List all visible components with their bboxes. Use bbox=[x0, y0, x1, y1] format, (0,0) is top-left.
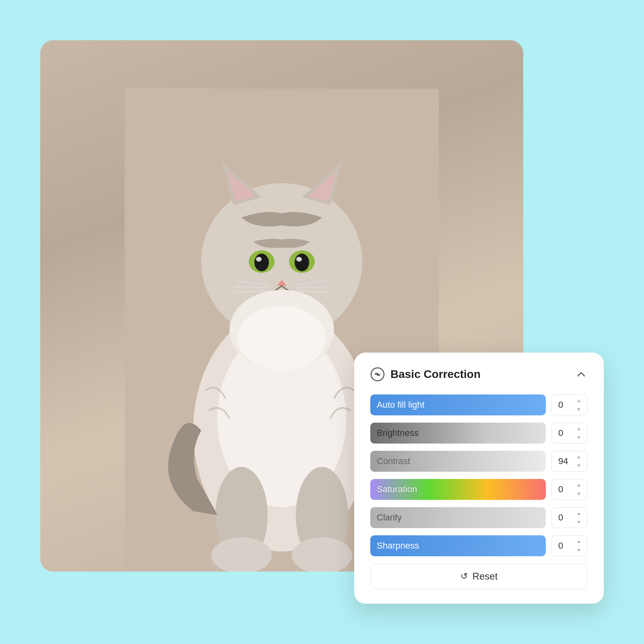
clarity-stepper: ▲ ▼ bbox=[574, 509, 583, 526]
panel-header: Basic Correction bbox=[370, 367, 588, 382]
sliders-container: Auto fill light 0 ▲ ▼ Brightness 0 bbox=[370, 394, 588, 556]
slider-row-auto-fill-light: Auto fill light 0 ▲ ▼ bbox=[370, 394, 588, 415]
brightness-down[interactable]: ▼ bbox=[574, 433, 583, 442]
svg-point-14 bbox=[254, 254, 269, 271]
saturation-down[interactable]: ▼ bbox=[574, 490, 583, 498]
brightness-label: Brightness bbox=[377, 428, 419, 438]
svg-point-26 bbox=[237, 306, 326, 370]
slider-row-brightness: Brightness 0 ▲ ▼ bbox=[370, 423, 588, 444]
saturation-stepper: ▲ ▼ bbox=[574, 481, 583, 498]
collapse-icon[interactable] bbox=[575, 368, 588, 381]
main-container: Basic Correction Auto fill light 0 ▲ ▼ bbox=[40, 40, 604, 604]
auto-fill-light-label: Auto fill light bbox=[377, 400, 425, 410]
svg-point-28 bbox=[376, 373, 379, 376]
panel-title-group: Basic Correction bbox=[370, 367, 481, 382]
reset-icon: ↺ bbox=[460, 571, 468, 582]
slider-row-saturation: Saturation 0 ▲ ▼ bbox=[370, 479, 588, 500]
reset-label: Reset bbox=[473, 571, 498, 582]
sharpness-value: 0 bbox=[558, 541, 563, 551]
clarity-value-box: 0 ▲ ▼ bbox=[551, 507, 588, 528]
slider-row-sharpness: Sharpness 0 ▲ ▼ bbox=[370, 535, 588, 556]
contrast-up[interactable]: ▲ bbox=[574, 453, 583, 461]
contrast-value: 94 bbox=[558, 456, 568, 466]
brightness-value-box: 0 ▲ ▼ bbox=[551, 423, 588, 444]
clarity-down[interactable]: ▼ bbox=[574, 518, 583, 526]
clarity-label: Clarity bbox=[377, 512, 402, 523]
slider-row-contrast: Contrast 94 ▲ ▼ bbox=[370, 451, 588, 472]
sharpness-down[interactable]: ▼ bbox=[574, 546, 583, 554]
sharpness-label: Sharpness bbox=[377, 541, 419, 551]
sharpness-up[interactable]: ▲ bbox=[574, 537, 583, 545]
sharpness-value-box: 0 ▲ ▼ bbox=[551, 535, 588, 556]
auto-fill-light-up[interactable]: ▲ bbox=[574, 396, 583, 405]
panel-title: Basic Correction bbox=[390, 368, 481, 381]
saturation-slider[interactable]: Saturation bbox=[370, 479, 546, 500]
clarity-value: 0 bbox=[558, 512, 563, 523]
correction-panel: Basic Correction Auto fill light 0 ▲ ▼ bbox=[354, 353, 604, 604]
auto-fill-light-value: 0 bbox=[558, 400, 563, 410]
saturation-value: 0 bbox=[558, 484, 563, 495]
sharpness-slider[interactable]: Sharpness bbox=[370, 535, 546, 556]
auto-fill-light-slider[interactable]: Auto fill light bbox=[370, 394, 546, 415]
svg-point-15 bbox=[295, 254, 309, 271]
saturation-label: Saturation bbox=[377, 484, 417, 495]
saturation-up[interactable]: ▲ bbox=[574, 481, 583, 489]
svg-point-17 bbox=[296, 257, 302, 262]
contrast-stepper: ▲ ▼ bbox=[574, 453, 583, 470]
sharpness-stepper: ▲ ▼ bbox=[574, 537, 583, 554]
saturation-value-box: 0 ▲ ▼ bbox=[551, 479, 588, 500]
contrast-label: Contrast bbox=[377, 456, 410, 466]
brightness-up[interactable]: ▲ bbox=[574, 425, 583, 433]
contrast-value-box: 94 ▲ ▼ bbox=[551, 451, 588, 472]
svg-point-16 bbox=[256, 257, 262, 262]
brightness-slider[interactable]: Brightness bbox=[370, 423, 546, 444]
slider-row-clarity: Clarity 0 ▲ ▼ bbox=[370, 507, 588, 528]
auto-fill-light-value-box: 0 ▲ ▼ bbox=[551, 394, 588, 415]
contrast-slider[interactable]: Contrast bbox=[370, 451, 546, 472]
correction-icon bbox=[370, 367, 385, 382]
contrast-down[interactable]: ▼ bbox=[574, 462, 583, 470]
brightness-stepper: ▲ ▼ bbox=[574, 425, 583, 442]
brightness-value: 0 bbox=[558, 428, 563, 438]
reset-button[interactable]: ↺ Reset bbox=[370, 564, 588, 589]
clarity-slider[interactable]: Clarity bbox=[370, 507, 546, 528]
clarity-up[interactable]: ▲ bbox=[574, 509, 583, 517]
auto-fill-light-down[interactable]: ▼ bbox=[574, 405, 583, 413]
auto-fill-light-stepper: ▲ ▼ bbox=[574, 396, 583, 413]
